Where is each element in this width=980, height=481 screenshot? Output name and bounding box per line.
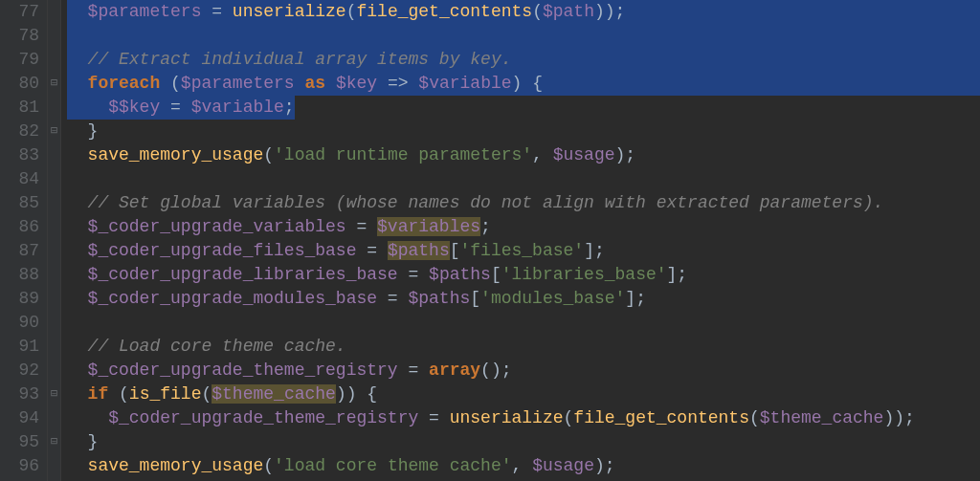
code-token xyxy=(67,74,88,93)
code-line[interactable]: $_coder_upgrade_theme_registry = unseria… xyxy=(67,406,980,430)
code-token: ; xyxy=(480,217,491,236)
code-token: ]; xyxy=(667,265,688,284)
code-line[interactable]: $_coder_upgrade_files_base = $paths['fil… xyxy=(67,239,980,263)
fold-spacer xyxy=(48,335,60,359)
code-token: foreach xyxy=(88,74,161,93)
fold-spacer xyxy=(48,0,60,24)
code-token: $paths xyxy=(388,241,450,260)
line-number: 83 xyxy=(4,143,39,167)
code-line[interactable] xyxy=(67,311,980,335)
code-token: ( xyxy=(108,384,129,404)
code-line[interactable]: $_coder_upgrade_variables = $variables; xyxy=(67,215,980,239)
fold-spacer xyxy=(48,359,60,383)
code-token xyxy=(67,408,108,427)
fold-spacer xyxy=(48,311,60,335)
code-token: ( xyxy=(749,408,760,427)
code-token: $variable xyxy=(418,74,511,93)
code-token: file_get_contents xyxy=(356,2,532,21)
line-number: 79 xyxy=(4,48,39,72)
code-line[interactable] xyxy=(67,24,980,48)
code-line[interactable]: $_coder_upgrade_libraries_base = $paths[… xyxy=(67,263,980,287)
fold-toggle-icon[interactable]: ⊟ xyxy=(48,383,60,406)
code-token: $variables xyxy=(377,217,480,236)
code-token xyxy=(67,361,88,380)
code-token: array xyxy=(429,361,480,380)
code-token xyxy=(67,289,88,308)
code-token: 'modules_base' xyxy=(480,289,625,308)
line-number: 89 xyxy=(4,287,39,311)
code-line[interactable]: save_memory_usage('load runtime paramete… xyxy=(67,143,980,167)
fold-spacer xyxy=(48,454,60,478)
line-number: 96 xyxy=(4,454,39,478)
code-area[interactable]: $parameters = unserialize(file_get_conte… xyxy=(61,0,980,481)
line-number: 77 xyxy=(4,0,39,24)
code-line[interactable]: $$key = $variable; xyxy=(67,96,980,120)
code-token: $_coder_upgrade_files_base xyxy=(88,241,357,260)
line-number: 82 xyxy=(4,120,39,143)
code-line[interactable]: $_coder_upgrade_theme_registry = array()… xyxy=(67,359,980,383)
code-token xyxy=(67,193,88,212)
code-token: $paths xyxy=(408,289,470,308)
code-token: $parameters xyxy=(181,74,295,93)
line-number: 86 xyxy=(4,215,39,239)
code-token: => xyxy=(377,74,418,93)
code-line[interactable]: save_memory_usage('load core theme cache… xyxy=(67,454,980,478)
code-token: [ xyxy=(450,241,460,260)
line-number-gutter: 7778798081828384858687888990919293949596 xyxy=(0,0,48,481)
code-token xyxy=(67,2,88,21)
code-token: $parameters xyxy=(88,2,202,21)
code-token: ( xyxy=(201,384,212,404)
code-token: is_file xyxy=(129,384,202,404)
line-number: 91 xyxy=(4,335,39,359)
code-token xyxy=(67,50,88,69)
fold-column[interactable]: ⊟⊟⊟⊟ xyxy=(48,0,61,481)
code-token: // Load core theme cache. xyxy=(88,337,346,356)
fold-spacer xyxy=(48,239,60,263)
code-line[interactable]: $parameters = unserialize(file_get_conte… xyxy=(67,0,980,24)
fold-toggle-icon[interactable]: ⊟ xyxy=(48,120,60,143)
code-token: ( xyxy=(160,74,181,93)
code-token: = xyxy=(201,2,232,21)
code-token: ( xyxy=(263,145,274,164)
code-line[interactable]: // Load core theme cache. xyxy=(67,335,980,359)
code-token: unserialize xyxy=(233,2,346,21)
code-line[interactable]: if (is_file($theme_cache)) { xyxy=(67,383,980,406)
fold-spacer xyxy=(48,48,60,72)
code-line[interactable]: // Set global variables (whose names do … xyxy=(67,191,980,215)
code-token: $paths xyxy=(429,265,491,284)
code-token: $theme_cache xyxy=(760,408,884,427)
code-line[interactable]: foreach ($parameters as $key => $variabl… xyxy=(67,72,980,96)
line-number: 94 xyxy=(4,406,39,430)
code-token: [ xyxy=(491,265,501,284)
fold-toggle-icon[interactable]: ⊟ xyxy=(48,72,60,96)
code-token: [ xyxy=(470,289,480,308)
code-editor[interactable]: 7778798081828384858687888990919293949596… xyxy=(0,0,980,481)
code-line[interactable]: } xyxy=(67,430,980,454)
code-token: unserialize xyxy=(450,408,564,427)
fold-toggle-icon[interactable]: ⊟ xyxy=(48,430,60,454)
code-line[interactable]: $_coder_upgrade_modules_base = $paths['m… xyxy=(67,287,980,311)
code-token: save_memory_usage xyxy=(88,145,264,164)
code-token: $_coder_upgrade_theme_registry xyxy=(108,408,418,427)
code-token: $_coder_upgrade_libraries_base xyxy=(88,265,398,284)
code-token: )) { xyxy=(336,384,377,404)
code-line[interactable]: // Extract individual array items by key… xyxy=(67,48,980,72)
code-token: file_get_contents xyxy=(573,408,749,427)
code-token: } xyxy=(67,432,98,451)
code-token: ( xyxy=(346,2,357,21)
code-token xyxy=(67,456,88,475)
code-token: , xyxy=(512,456,533,475)
code-token: = xyxy=(398,265,429,284)
code-token: if xyxy=(88,384,109,404)
code-token: $key xyxy=(336,74,377,93)
code-token xyxy=(67,337,88,356)
code-token: = xyxy=(398,361,429,380)
fold-spacer xyxy=(48,263,60,287)
code-token: = xyxy=(377,289,408,308)
code-line[interactable] xyxy=(67,167,980,191)
code-line[interactable]: } xyxy=(67,120,980,143)
line-number: 80 xyxy=(4,72,39,96)
code-token: save_memory_usage xyxy=(88,456,264,475)
code-token: (); xyxy=(480,361,511,380)
code-token xyxy=(67,241,88,260)
